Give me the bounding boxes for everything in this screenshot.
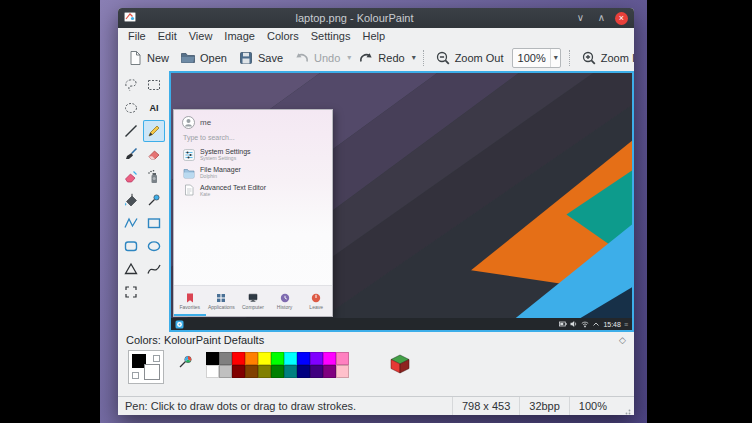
tool-text[interactable]: AI xyxy=(143,97,165,119)
palette-swatch[interactable] xyxy=(336,365,349,378)
tool-rectangle[interactable] xyxy=(143,212,165,234)
palette-swatch[interactable] xyxy=(297,352,310,365)
tool-line[interactable] xyxy=(120,120,142,142)
canvas-viewport[interactable]: me Type to search... System SettingsSyst… xyxy=(169,71,634,332)
palette-swatch[interactable] xyxy=(284,352,297,365)
palette-swatch[interactable] xyxy=(258,352,271,365)
menu-image[interactable]: Image xyxy=(218,29,261,43)
tool-flood-fill[interactable] xyxy=(120,189,142,211)
palette-swatch[interactable] xyxy=(323,352,336,365)
menu-colors[interactable]: Colors xyxy=(261,29,305,43)
titlebar: laptop.png - KolourPaint ∨ ∧ × xyxy=(118,8,634,28)
status-right: 798 x 453 32bpp 100% xyxy=(452,397,634,415)
palette-swatch[interactable] xyxy=(219,365,232,378)
tool-rectangular-selection[interactable] xyxy=(143,74,165,96)
zoom-in-button[interactable]: Zoom In xyxy=(576,48,634,68)
menu-help[interactable]: Help xyxy=(356,29,391,43)
tool-pen[interactable] xyxy=(143,120,165,142)
tool-rounded-rectangle[interactable] xyxy=(120,235,142,257)
tool-free-form-selection[interactable] xyxy=(120,74,142,96)
color-similarity-icon[interactable] xyxy=(176,354,194,370)
redo-button-label: Redo xyxy=(378,52,404,64)
tool-zoom[interactable] xyxy=(120,281,142,303)
zoom-combo-arrow: ▾ xyxy=(550,49,558,67)
flood-fill-icon xyxy=(123,192,139,208)
volume-icon xyxy=(570,320,578,328)
screenshot-taskbar: 15:48 ≡ xyxy=(171,318,632,330)
menu-settings[interactable]: Settings xyxy=(305,29,357,43)
status-color-depth: 32bpp xyxy=(519,397,569,415)
palette-swatch[interactable] xyxy=(232,365,245,378)
zoom-level-select[interactable]: 100% ▾ xyxy=(512,48,561,68)
palette-swatch[interactable] xyxy=(206,352,219,365)
redo-button[interactable]: Redo xyxy=(353,48,409,68)
palette-swatch[interactable] xyxy=(310,365,323,378)
palette-swatch[interactable] xyxy=(310,352,323,365)
tool-ellipse[interactable] xyxy=(143,235,165,257)
background-color-swatch xyxy=(144,364,160,380)
tool-spraycan[interactable] xyxy=(143,166,165,188)
tool-eraser[interactable] xyxy=(143,143,165,165)
resize-grip[interactable] xyxy=(616,397,634,415)
brush-icon xyxy=(123,146,139,162)
palette-swatch[interactable] xyxy=(245,365,258,378)
history-clock-icon xyxy=(280,293,290,303)
palette-swatch[interactable] xyxy=(323,365,336,378)
zoom-in-label: Zoom In xyxy=(601,52,634,64)
favorites-bookmark-icon xyxy=(185,293,195,303)
tool-polygon[interactable] xyxy=(120,258,142,280)
open-button[interactable]: Open xyxy=(175,48,232,68)
wifi-icon xyxy=(581,320,589,328)
tool-color-eraser[interactable] xyxy=(120,166,142,188)
launcher-item-text-editor: Advanced Text EditorKate xyxy=(174,182,332,200)
status-image-size: 798 x 453 xyxy=(452,397,519,415)
undo-button[interactable]: Undo xyxy=(289,48,345,68)
tool-curve[interactable] xyxy=(143,258,165,280)
redo-icon xyxy=(358,50,374,66)
redo-dropdown-arrow[interactable]: ▾ xyxy=(411,51,417,64)
palette-swatch[interactable] xyxy=(284,365,297,378)
launcher-item-system-settings: System SettingsSystem Settings xyxy=(174,146,332,164)
toolbar-separator xyxy=(569,50,570,66)
menu-edit[interactable]: Edit xyxy=(152,29,183,43)
palette-swatch[interactable] xyxy=(219,352,232,365)
palette-swatch[interactable] xyxy=(271,352,284,365)
launcher-tab-label: History xyxy=(277,304,293,310)
palette-swatch[interactable] xyxy=(232,352,245,365)
menubar: File Edit View Image Colors Settings Hel… xyxy=(118,28,634,44)
undo-dropdown-arrow[interactable]: ▾ xyxy=(346,51,352,64)
colors-dock: Colors: KolourPaint Defaults ◇ xyxy=(118,332,634,396)
palette-swatch[interactable] xyxy=(336,352,349,365)
new-document-icon xyxy=(127,50,143,66)
save-button[interactable]: Save xyxy=(233,48,288,68)
text-tool-icon: AI xyxy=(150,103,159,113)
zoom-out-label: Zoom Out xyxy=(455,52,504,64)
dock-float-button[interactable]: ◇ xyxy=(619,335,626,345)
status-bar: Pen: Click to draw dots or drag to draw … xyxy=(118,396,634,415)
palette-swatch[interactable] xyxy=(245,352,258,365)
close-button[interactable]: × xyxy=(615,12,628,25)
zoom-tool-icon xyxy=(123,284,139,300)
menu-view[interactable]: View xyxy=(183,29,219,43)
line-icon xyxy=(123,123,139,139)
tool-brush[interactable] xyxy=(120,143,142,165)
window-title: laptop.png - KolourPaint xyxy=(142,12,567,24)
palette-swatch[interactable] xyxy=(271,365,284,378)
palette-swatch[interactable] xyxy=(258,365,271,378)
zoom-level-value: 100% xyxy=(518,52,546,64)
status-hint: Pen: Click to draw dots or drag to draw … xyxy=(125,400,356,412)
color-picker-icon xyxy=(146,192,162,208)
tool-elliptical-selection[interactable] xyxy=(120,97,142,119)
foreground-background-color-box[interactable] xyxy=(128,350,164,384)
launcher-search-field: Type to search... xyxy=(174,131,332,146)
tool-color-picker[interactable] xyxy=(143,189,165,211)
palette-swatch[interactable] xyxy=(206,365,219,378)
tool-connected-lines[interactable] xyxy=(120,212,142,234)
new-button[interactable]: New xyxy=(122,48,174,68)
zoom-out-button[interactable]: Zoom Out xyxy=(430,48,509,68)
minimize-button[interactable]: ∨ xyxy=(573,11,588,26)
menu-file[interactable]: File xyxy=(122,29,152,43)
palette-swatch[interactable] xyxy=(297,365,310,378)
system-tray: 15:48 ≡ xyxy=(559,320,628,328)
maximize-button[interactable]: ∧ xyxy=(594,11,609,26)
